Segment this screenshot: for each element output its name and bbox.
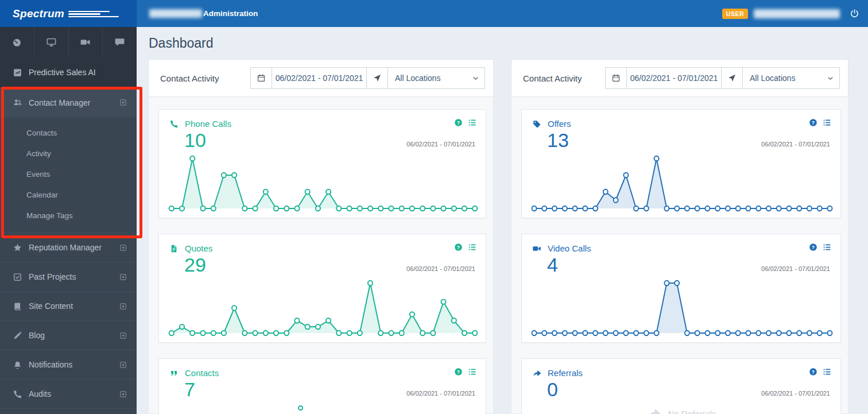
sidebar-item-audits[interactable]: Audits [0, 379, 137, 408]
calendar-icon [611, 73, 621, 83]
main-content: Dashboard Contact Activity06/02/2021 - 0… [137, 27, 868, 414]
sidebar-tab-website[interactable] [34, 27, 69, 57]
brand-logo-text: Spectrum [13, 7, 64, 20]
question-circle-icon[interactable]: ? [809, 118, 817, 127]
logout-power-icon[interactable] [850, 9, 859, 18]
contact-activity-filter-bar: Contact Activity06/02/2021 - 07/01/2021A… [511, 59, 848, 97]
sidebar-subitem-contacts[interactable]: Contacts [0, 122, 137, 143]
svg-text:?: ? [812, 245, 815, 250]
list-icon[interactable] [468, 367, 476, 376]
sidebar-item-notifications[interactable]: Notifications [0, 350, 137, 379]
sidebar-item-contact-manager[interactable]: Contact Manager [0, 87, 137, 118]
bell-icon [13, 360, 22, 370]
date-range-input[interactable]: 06/02/2021 - 07/01/2021 [626, 67, 722, 89]
sidebar-tab-messages[interactable] [103, 27, 137, 57]
location-button[interactable] [721, 67, 743, 89]
brand-logo[interactable]: Spectrum [0, 0, 137, 27]
check-square-icon [13, 272, 22, 282]
sidebar-subitem-manage-tags[interactable]: Manage Tags [0, 205, 137, 226]
sidebar-item-label: Notifications [29, 360, 72, 369]
app-title: Administration [203, 9, 258, 18]
date-range-input[interactable]: 06/02/2021 - 07/01/2021 [272, 67, 367, 89]
file-icon [169, 244, 179, 253]
sidebar-subitem-label: Contacts [26, 129, 57, 137]
contact-manager-submenu: ContactsActivityEventsCalendarManage Tag… [0, 118, 137, 233]
card-title: Referrals [548, 368, 583, 378]
locations-select[interactable]: All Locations [742, 67, 840, 89]
svg-text:?: ? [457, 120, 460, 126]
sidebar-item-past-projects[interactable]: Past Projects [0, 262, 137, 291]
phone-icon [13, 389, 22, 399]
metric-value: 10 [184, 130, 206, 150]
list-icon[interactable] [468, 243, 476, 252]
list-icon[interactable] [823, 118, 831, 127]
list-icon[interactable] [823, 243, 831, 252]
chart-area [529, 277, 835, 338]
chart-area [166, 153, 480, 214]
plus-square-icon[interactable] [119, 331, 127, 340]
chat-icon [114, 37, 125, 48]
chart-area [166, 402, 480, 414]
book-icon [13, 301, 22, 311]
card-video-calls: Video Calls?406/02/2021 - 07/01/2021 [521, 234, 841, 343]
card-title: Phone Calls [185, 119, 231, 129]
sidebar-tab-video[interactable] [69, 27, 103, 57]
date-range-calendar-button[interactable] [250, 67, 272, 89]
question-circle-icon[interactable]: ? [454, 243, 463, 252]
question-circle-icon[interactable]: ? [454, 367, 463, 376]
sidebar-item-blog[interactable]: Blog [0, 320, 137, 350]
chart-point-marker [298, 405, 303, 411]
filter-title: Contact Activity [512, 73, 582, 83]
sidebar-subitem-calendar[interactable]: Calendar [0, 184, 137, 205]
sidebar-item-site-content[interactable]: Site Content [0, 291, 137, 320]
plus-square-icon[interactable] [119, 361, 127, 369]
chart-area [529, 153, 835, 214]
locations-select[interactable]: All Locations [388, 67, 485, 89]
filter-title: Contact Activity [149, 73, 219, 83]
plus-square-icon[interactable] [119, 243, 127, 252]
card-offers: Offers?1306/02/2021 - 07/01/2021 [521, 109, 841, 218]
column-panel-body: Phone Calls?1006/02/2021 - 07/01/2021Quo… [148, 97, 494, 414]
dashboard-column-0: Contact Activity06/02/2021 - 07/01/2021A… [148, 59, 494, 414]
sidebar-item-reputation-manager[interactable]: Reputation Manager [0, 233, 137, 262]
metric-date-range: 06/02/2021 - 07/01/2021 [761, 265, 830, 272]
sidebar-item-label: Past Projects [29, 272, 76, 281]
plus-square-icon[interactable] [119, 98, 127, 107]
metric-date-range: 06/02/2021 - 07/01/2021 [406, 141, 475, 148]
location-button[interactable] [366, 67, 388, 89]
card-title: Offers [548, 119, 571, 129]
chevron-down-icon [827, 75, 834, 82]
svg-text:?: ? [457, 245, 460, 250]
question-circle-icon[interactable]: ? [809, 243, 817, 252]
sidebar-subitem-events[interactable]: Events [0, 164, 137, 184]
video-icon [80, 37, 91, 48]
list-icon[interactable] [468, 118, 476, 127]
metric-value: 0 [547, 380, 558, 399]
list-icon[interactable] [823, 367, 831, 376]
plus-square-icon[interactable] [119, 390, 127, 398]
tag-icon [532, 119, 541, 129]
brand-logo-swoosh-icon [68, 11, 119, 17]
plus-square-icon[interactable] [119, 273, 127, 281]
calendar-icon [257, 73, 266, 83]
chevron-down-icon [472, 75, 479, 82]
topbar: Administration USER [137, 0, 868, 27]
question-circle-icon[interactable]: ? [809, 367, 817, 376]
sidebar-item-predictive-sales-ai[interactable]: Predictive Sales AI [0, 57, 137, 87]
svg-text:?: ? [812, 369, 815, 375]
metric-date-range: 06/02/2021 - 07/01/2021 [406, 390, 475, 397]
sidebar-subitem-activity[interactable]: Activity [0, 143, 137, 164]
metric-date-range: 06/02/2021 - 07/01/2021 [761, 390, 830, 397]
date-range-calendar-button[interactable] [605, 67, 627, 89]
sidebar-subitem-label: Activity [26, 149, 51, 158]
card-title: Video Calls [548, 243, 591, 253]
metric-date-range: 06/02/2021 - 07/01/2021 [761, 141, 830, 148]
share-icon [646, 406, 661, 414]
metric-value: 7 [184, 380, 195, 399]
phone-calls-chart [166, 153, 480, 214]
redacted-username [754, 9, 840, 18]
card-phone-calls: Phone Calls?1006/02/2021 - 07/01/2021 [158, 109, 486, 218]
sidebar-tab-dashboard[interactable] [0, 27, 34, 57]
plus-square-icon[interactable] [119, 302, 127, 311]
question-circle-icon[interactable]: ? [454, 118, 463, 127]
